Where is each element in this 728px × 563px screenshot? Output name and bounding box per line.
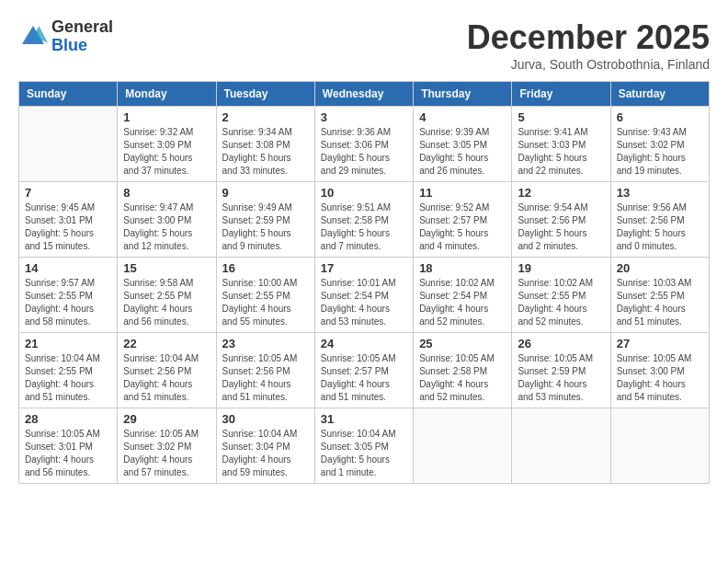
day-info: Sunrise: 9:49 AMSunset: 2:59 PMDaylight:… — [222, 201, 309, 253]
weekday-header-friday: Friday — [512, 82, 610, 107]
weekday-header-monday: Monday — [118, 82, 216, 107]
calendar-cell: 13Sunrise: 9:56 AMSunset: 2:56 PMDayligh… — [610, 182, 709, 258]
day-info: Sunrise: 10:04 AMSunset: 2:55 PMDaylight… — [25, 352, 111, 404]
calendar-table: SundayMondayTuesdayWednesdayThursdayFrid… — [18, 81, 710, 484]
calendar-cell — [19, 107, 118, 182]
calendar-cell: 20Sunrise: 10:03 AMSunset: 2:55 PMDaylig… — [610, 258, 709, 333]
day-number: 29 — [123, 412, 210, 426]
day-info: Sunrise: 10:02 AMSunset: 2:55 PMDaylight… — [518, 277, 604, 328]
day-info: Sunrise: 10:00 AMSunset: 2:55 PMDaylight… — [222, 277, 309, 328]
calendar-cell: 1Sunrise: 9:32 AMSunset: 3:09 PMDaylight… — [118, 107, 216, 182]
weekday-header-thursday: Thursday — [414, 82, 512, 107]
page-header: General Blue December 2025 Jurva, South … — [18, 18, 710, 72]
day-info: Sunrise: 10:05 AMSunset: 2:58 PMDaylight… — [419, 352, 506, 404]
day-number: 10 — [321, 186, 407, 200]
day-number: 5 — [518, 110, 604, 124]
logo-general-label: General — [51, 18, 113, 37]
month-title: December 2025 — [467, 18, 710, 57]
logo-text: General Blue — [51, 18, 113, 55]
calendar-body: 1Sunrise: 9:32 AMSunset: 3:09 PMDaylight… — [19, 107, 710, 484]
day-info: Sunrise: 10:05 AMSunset: 2:59 PMDaylight… — [518, 352, 604, 404]
day-number: 14 — [25, 261, 111, 275]
day-number: 28 — [25, 412, 111, 426]
day-info: Sunrise: 9:39 AMSunset: 3:05 PMDaylight:… — [419, 126, 506, 178]
calendar-cell: 8Sunrise: 9:47 AMSunset: 3:00 PMDaylight… — [118, 182, 216, 258]
day-info: Sunrise: 10:02 AMSunset: 2:54 PMDaylight… — [419, 277, 506, 328]
calendar-cell — [610, 408, 709, 484]
day-number: 24 — [321, 337, 407, 350]
day-number: 27 — [617, 337, 703, 350]
day-info: Sunrise: 10:04 AMSunset: 3:05 PMDaylight… — [321, 428, 407, 479]
day-info: Sunrise: 9:58 AMSunset: 2:55 PMDaylight:… — [123, 277, 210, 328]
calendar-cell: 10Sunrise: 9:51 AMSunset: 2:58 PMDayligh… — [314, 182, 413, 258]
calendar-cell: 25Sunrise: 10:05 AMSunset: 2:58 PMDaylig… — [414, 333, 512, 408]
day-info: Sunrise: 9:45 AMSunset: 3:01 PMDaylight:… — [25, 201, 111, 253]
calendar-cell: 11Sunrise: 9:52 AMSunset: 2:57 PMDayligh… — [414, 182, 512, 258]
day-info: Sunrise: 9:43 AMSunset: 3:02 PMDaylight:… — [617, 126, 703, 178]
calendar-week-1: 1Sunrise: 9:32 AMSunset: 3:09 PMDaylight… — [19, 107, 710, 182]
calendar-cell: 27Sunrise: 10:05 AMSunset: 3:00 PMDaylig… — [610, 333, 709, 408]
day-info: Sunrise: 9:51 AMSunset: 2:58 PMDaylight:… — [321, 201, 407, 253]
calendar-cell: 23Sunrise: 10:05 AMSunset: 2:56 PMDaylig… — [216, 333, 314, 408]
day-number: 25 — [419, 337, 506, 350]
calendar-cell: 26Sunrise: 10:05 AMSunset: 2:59 PMDaylig… — [512, 333, 610, 408]
calendar-week-2: 7Sunrise: 9:45 AMSunset: 3:01 PMDaylight… — [19, 182, 710, 258]
day-number: 1 — [123, 110, 210, 124]
calendar-cell: 16Sunrise: 10:00 AMSunset: 2:55 PMDaylig… — [216, 258, 314, 333]
calendar-cell: 9Sunrise: 9:49 AMSunset: 2:59 PMDaylight… — [216, 182, 314, 258]
day-number: 17 — [321, 261, 407, 275]
calendar-cell: 4Sunrise: 9:39 AMSunset: 3:05 PMDaylight… — [414, 107, 512, 182]
day-info: Sunrise: 10:03 AMSunset: 2:55 PMDaylight… — [617, 277, 703, 328]
day-number: 20 — [617, 261, 703, 275]
calendar-cell: 31Sunrise: 10:04 AMSunset: 3:05 PMDaylig… — [314, 408, 413, 484]
day-number: 6 — [617, 110, 703, 124]
day-number: 11 — [419, 186, 506, 200]
weekday-header-saturday: Saturday — [610, 82, 709, 107]
day-info: Sunrise: 9:32 AMSunset: 3:09 PMDaylight:… — [123, 126, 210, 178]
calendar-cell: 28Sunrise: 10:05 AMSunset: 3:01 PMDaylig… — [19, 408, 118, 484]
day-number: 18 — [419, 261, 506, 275]
calendar-cell — [414, 408, 512, 484]
day-info: Sunrise: 9:52 AMSunset: 2:57 PMDaylight:… — [419, 201, 506, 253]
calendar-cell: 29Sunrise: 10:05 AMSunset: 3:02 PMDaylig… — [118, 408, 216, 484]
weekday-header-wednesday: Wednesday — [314, 82, 413, 107]
calendar-cell: 22Sunrise: 10:04 AMSunset: 2:56 PMDaylig… — [118, 333, 216, 408]
calendar-cell: 12Sunrise: 9:54 AMSunset: 2:56 PMDayligh… — [512, 182, 610, 258]
day-number: 9 — [222, 186, 309, 200]
day-number: 15 — [123, 261, 210, 275]
day-info: Sunrise: 10:05 AMSunset: 3:00 PMDaylight… — [617, 352, 703, 404]
calendar-cell: 2Sunrise: 9:34 AMSunset: 3:08 PMDaylight… — [216, 107, 314, 182]
logo-icon — [18, 22, 48, 52]
calendar-cell: 6Sunrise: 9:43 AMSunset: 3:02 PMDaylight… — [610, 107, 709, 182]
day-number: 31 — [321, 412, 407, 426]
calendar-cell: 15Sunrise: 9:58 AMSunset: 2:55 PMDayligh… — [118, 258, 216, 333]
day-info: Sunrise: 10:04 AMSunset: 2:56 PMDaylight… — [123, 352, 210, 404]
day-number: 26 — [518, 337, 604, 350]
day-info: Sunrise: 10:04 AMSunset: 3:04 PMDaylight… — [222, 428, 309, 479]
calendar-cell: 19Sunrise: 10:02 AMSunset: 2:55 PMDaylig… — [512, 258, 610, 333]
calendar-cell: 17Sunrise: 10:01 AMSunset: 2:54 PMDaylig… — [314, 258, 413, 333]
calendar-cell: 21Sunrise: 10:04 AMSunset: 2:55 PMDaylig… — [19, 333, 118, 408]
title-section: December 2025 Jurva, South Ostrobothnia,… — [467, 18, 710, 72]
day-info: Sunrise: 9:54 AMSunset: 2:56 PMDaylight:… — [518, 201, 604, 253]
day-number: 23 — [222, 337, 309, 350]
day-info: Sunrise: 9:36 AMSunset: 3:06 PMDaylight:… — [321, 126, 407, 178]
day-number: 2 — [222, 110, 309, 124]
day-number: 13 — [617, 186, 703, 200]
calendar-cell: 7Sunrise: 9:45 AMSunset: 3:01 PMDaylight… — [19, 182, 118, 258]
calendar-cell: 30Sunrise: 10:04 AMSunset: 3:04 PMDaylig… — [216, 408, 314, 484]
location-subtitle: Jurva, South Ostrobothnia, Finland — [467, 57, 710, 72]
calendar-cell — [512, 408, 610, 484]
day-number: 22 — [123, 337, 210, 350]
day-info: Sunrise: 10:05 AMSunset: 3:01 PMDaylight… — [25, 428, 111, 479]
day-info: Sunrise: 10:01 AMSunset: 2:54 PMDaylight… — [321, 277, 407, 328]
day-info: Sunrise: 9:34 AMSunset: 3:08 PMDaylight:… — [222, 126, 309, 178]
day-number: 21 — [25, 337, 111, 350]
day-number: 7 — [25, 186, 111, 200]
day-number: 8 — [123, 186, 210, 200]
weekday-header-sunday: Sunday — [19, 82, 118, 107]
day-number: 16 — [222, 261, 309, 275]
calendar-week-3: 14Sunrise: 9:57 AMSunset: 2:55 PMDayligh… — [19, 258, 710, 333]
calendar-cell: 24Sunrise: 10:05 AMSunset: 2:57 PMDaylig… — [314, 333, 413, 408]
calendar-cell: 5Sunrise: 9:41 AMSunset: 3:03 PMDaylight… — [512, 107, 610, 182]
